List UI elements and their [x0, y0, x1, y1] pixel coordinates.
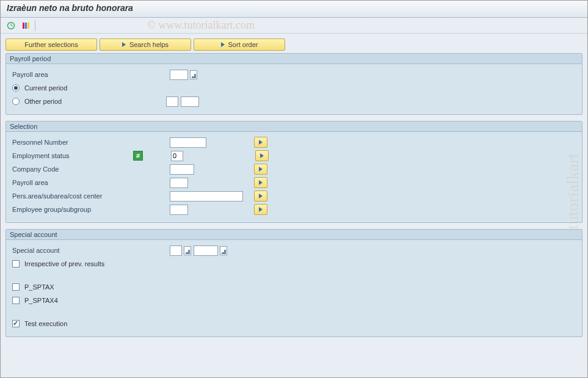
personnel-number-label: Personnel Number: [12, 139, 140, 146]
employment-status-input[interactable]: [171, 151, 183, 161]
payroll-area-input[interactable]: [170, 70, 188, 80]
multiple-selection-button[interactable]: [254, 137, 267, 148]
test-execution-checkbox[interactable]: [12, 320, 20, 327]
not-equal-icon[interactable]: ≠: [133, 151, 143, 161]
special-account-label: Special account: [12, 247, 140, 254]
f4-help-icon[interactable]: [190, 70, 197, 79]
arrow-right-icon: [122, 42, 126, 47]
svg-rect-3: [23, 23, 24, 29]
other-period-radio[interactable]: [12, 98, 20, 105]
payroll-area-label: Payroll area: [12, 71, 140, 78]
current-period-label: Current period: [24, 84, 67, 92]
irrespective-label: Irrespective of prev. results: [24, 260, 104, 267]
multiple-selection-button[interactable]: [254, 191, 267, 202]
content: Payroll period Payroll area Current peri…: [1, 53, 587, 348]
arrow-right-icon: [259, 207, 263, 212]
group-title: Special account: [6, 230, 582, 240]
search-helps-button[interactable]: Search helps: [100, 38, 191, 51]
emp-group-label: Employee group/subgroup: [12, 206, 140, 213]
p-sptax4-label: P_SPTAX4: [24, 297, 58, 304]
pers-area-label: Pers.area/subarea/cost center: [12, 192, 140, 200]
app-window: Izraèun neto na bruto honorara © www.tut…: [0, 0, 588, 378]
emp-group-input[interactable]: [170, 205, 188, 215]
other-period-input-2[interactable]: [181, 96, 199, 107]
variant-icon[interactable]: [20, 20, 31, 31]
further-selections-label: Further selections: [24, 41, 78, 48]
other-period-input-1[interactable]: [166, 96, 178, 107]
company-code-label: Company Code: [12, 165, 140, 173]
separator: [35, 20, 35, 31]
other-period-label: Other period: [24, 98, 144, 105]
svg-rect-5: [27, 23, 29, 29]
search-helps-label: Search helps: [129, 41, 169, 48]
payroll-area-label: Payroll area: [12, 179, 140, 186]
sort-order-label: Sort order: [228, 41, 258, 48]
p-sptax4-checkbox[interactable]: [12, 297, 20, 304]
arrow-right-icon: [259, 194, 263, 198]
test-execution-label: Test execution: [24, 320, 67, 327]
p-sptax-checkbox[interactable]: [12, 283, 20, 291]
current-period-radio[interactable]: [12, 84, 20, 92]
further-selections-button[interactable]: Further selections: [5, 38, 97, 51]
p-sptax-label: P_SPTAX: [24, 283, 54, 291]
multiple-selection-button[interactable]: [254, 177, 267, 188]
special-account-input-1[interactable]: [170, 245, 182, 256]
group-title: Selection: [6, 122, 582, 132]
arrow-right-icon: [221, 42, 225, 47]
personnel-number-input[interactable]: [170, 137, 206, 148]
sort-order-button[interactable]: Sort order: [194, 38, 285, 51]
special-account-input-2[interactable]: [194, 245, 218, 256]
group-selection: Selection Personnel Number Employment st…: [5, 121, 583, 223]
app-toolbar: [1, 18, 587, 34]
arrow-right-icon: [259, 167, 263, 172]
page-title: Izraèun neto na bruto honorara: [1, 1, 587, 18]
employment-status-label: Employment status: [12, 152, 131, 159]
group-title: Payroll period: [6, 54, 582, 64]
execute-icon[interactable]: [5, 20, 16, 31]
pers-area-input[interactable]: [170, 191, 243, 202]
f4-help-icon[interactable]: [184, 246, 191, 255]
company-code-input[interactable]: [170, 164, 194, 175]
irrespective-checkbox[interactable]: [12, 260, 20, 267]
group-payroll-period: Payroll period Payroll area Current peri…: [5, 53, 583, 115]
f4-help-icon[interactable]: [220, 246, 227, 255]
action-bar: Further selections Search helps Sort ord…: [1, 34, 587, 53]
arrow-right-icon: [259, 140, 263, 145]
multiple-selection-button[interactable]: [255, 150, 269, 161]
payroll-area-sel-input[interactable]: [170, 178, 188, 188]
arrow-right-icon: [260, 153, 264, 158]
svg-rect-4: [25, 23, 27, 29]
group-special-account: Special account Special account Irrespec…: [5, 229, 583, 337]
arrow-right-icon: [259, 180, 263, 185]
multiple-selection-button[interactable]: [254, 164, 267, 175]
multiple-selection-button[interactable]: [254, 204, 267, 215]
